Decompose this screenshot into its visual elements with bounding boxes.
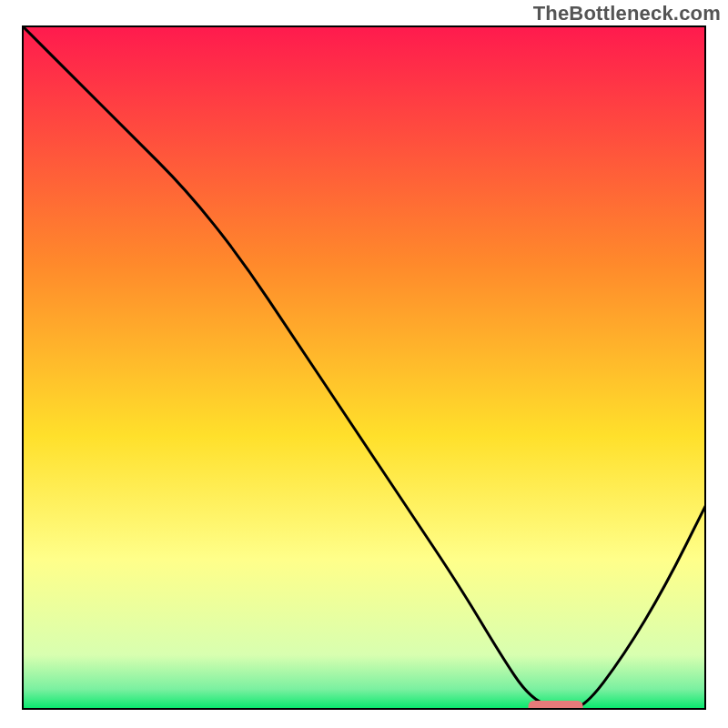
watermark-text: TheBottleneck.com [533,2,721,25]
bottleneck-chart [22,25,706,710]
plot-area [22,25,706,710]
chart-container: TheBottleneck.com [0,0,728,728]
